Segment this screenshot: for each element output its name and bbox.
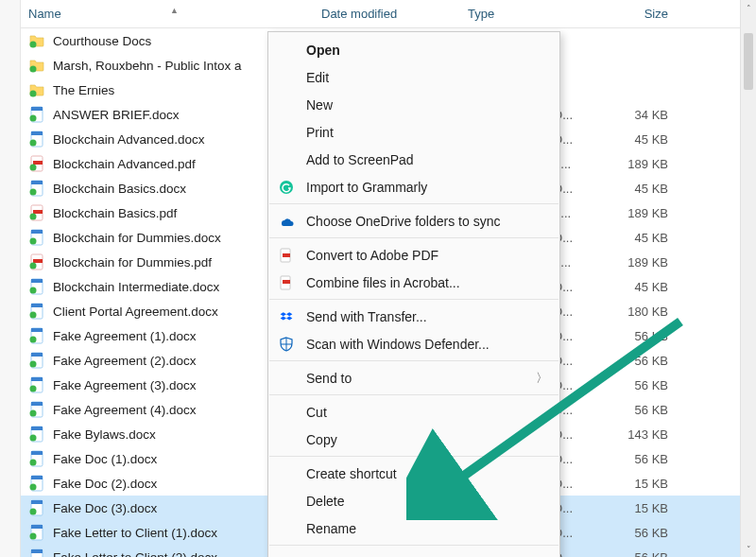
menu-separator — [269, 545, 558, 546]
word-icon — [28, 303, 45, 320]
word-icon — [28, 401, 45, 418]
word-icon — [28, 352, 45, 369]
word-icon — [28, 524, 45, 541]
svg-point-53 — [30, 509, 37, 515]
svg-point-41 — [30, 410, 37, 417]
menu-edit[interactable]: Edit — [268, 63, 559, 91]
word-icon — [28, 450, 45, 467]
svg-rect-62 — [283, 253, 290, 257]
file-size: 56 KB — [600, 526, 685, 540]
word-icon — [28, 499, 45, 516]
svg-point-38 — [30, 386, 37, 392]
word-icon — [28, 131, 45, 148]
word-icon — [28, 376, 45, 393]
svg-point-2 — [30, 91, 37, 97]
menu-separator — [269, 456, 558, 457]
file-size: 56 KB — [600, 550, 685, 558]
file-size: 56 KB — [600, 403, 685, 417]
column-header-type[interactable]: Type — [468, 7, 600, 21]
file-size: 189 KB — [600, 157, 685, 171]
menu-open[interactable]: Open — [268, 36, 559, 63]
svg-rect-13 — [31, 181, 43, 184]
menu-copy[interactable]: Copy — [268, 426, 559, 453]
file-explorer-window: Name ▲ Date modified Type Size Courthous… — [0, 0, 756, 557]
svg-point-47 — [30, 460, 37, 466]
menu-shortcut-label: Create shortcut — [306, 466, 397, 481]
column-header-date[interactable]: Date modified — [321, 7, 468, 21]
menu-edit-label: Edit — [306, 70, 329, 85]
menu-delete-label: Delete — [306, 494, 344, 509]
file-size: 56 KB — [600, 378, 685, 392]
svg-rect-40 — [31, 402, 43, 406]
menu-grammarly[interactable]: Import to Grammarly — [268, 173, 559, 200]
menu-onedrive[interactable]: Choose OneDrive folders to sync — [268, 207, 559, 235]
menu-adobe[interactable]: Convert to Adobe PDF — [268, 241, 559, 269]
menu-separator — [269, 237, 558, 238]
menu-cut-label: Cut — [306, 405, 327, 420]
svg-rect-25 — [31, 279, 43, 283]
menu-sendto[interactable]: Send to 〉 — [268, 364, 559, 392]
column-header-size[interactable]: Size — [600, 7, 685, 21]
svg-rect-46 — [31, 451, 43, 455]
svg-rect-58 — [31, 549, 43, 553]
grammarly-icon — [278, 179, 295, 196]
menu-copy-label: Copy — [306, 432, 337, 447]
menu-screenpad[interactable]: Add to ScreenPad — [268, 146, 559, 173]
file-size: 180 KB — [600, 305, 685, 319]
svg-point-11 — [30, 165, 37, 171]
menu-properties[interactable]: Properties — [268, 548, 559, 557]
svg-point-20 — [30, 238, 37, 245]
onedrive-icon — [278, 213, 295, 230]
file-size: 45 KB — [600, 231, 685, 245]
menu-new[interactable]: New — [268, 91, 559, 118]
pdf-icon — [278, 247, 295, 264]
file-size: 45 KB — [600, 182, 685, 196]
svg-rect-4 — [31, 107, 43, 111]
svg-rect-37 — [31, 377, 43, 381]
scroll-down-arrow-icon[interactable]: ˅ — [741, 541, 756, 557]
svg-rect-55 — [31, 525, 43, 529]
menu-acrobat[interactable]: Combine files in Acrobat... — [268, 269, 559, 296]
svg-point-26 — [30, 287, 37, 294]
menu-onedrive-label: Choose OneDrive folders to sync — [306, 214, 500, 229]
menu-shortcut[interactable]: Create shortcut — [268, 460, 559, 487]
svg-point-5 — [30, 115, 37, 122]
column-header-name[interactable]: Name ▲ — [28, 7, 321, 21]
vertical-scrollbar[interactable]: ˄ ˅ — [740, 0, 756, 557]
dropbox-icon — [278, 308, 295, 325]
svg-point-35 — [30, 361, 37, 368]
svg-rect-31 — [31, 328, 43, 332]
word-icon — [28, 229, 45, 246]
menu-transfer[interactable]: Send with Transfer... — [268, 303, 559, 330]
scroll-up-arrow-icon[interactable]: ˄ — [741, 0, 756, 16]
column-headers[interactable]: Name ▲ Date modified Type Size — [21, 0, 756, 28]
svg-point-8 — [30, 140, 37, 147]
menu-delete[interactable]: Delete — [268, 487, 559, 514]
menu-cut[interactable]: Cut — [268, 398, 559, 426]
pdf-icon — [28, 204, 45, 221]
scrollbar-thumb[interactable] — [744, 33, 753, 90]
menu-print[interactable]: Print — [268, 118, 559, 146]
svg-rect-49 — [31, 476, 43, 479]
svg-point-0 — [30, 42, 37, 48]
svg-point-14 — [30, 189, 37, 196]
file-size: 56 KB — [600, 452, 685, 466]
left-gutter — [0, 0, 21, 557]
file-size: 34 KB — [600, 108, 685, 122]
file-size: 45 KB — [600, 132, 685, 147]
svg-rect-43 — [31, 426, 43, 430]
menu-grammarly-label: Import to Grammarly — [306, 180, 427, 195]
defender-shield-icon — [278, 336, 295, 353]
svg-rect-7 — [31, 131, 43, 135]
menu-acrobat-label: Combine files in Acrobat... — [306, 275, 460, 290]
menu-defender[interactable]: Scan with Windows Defender... — [268, 330, 559, 357]
word-icon — [28, 475, 45, 492]
menu-rename[interactable]: Rename — [268, 514, 559, 542]
word-icon — [28, 548, 45, 557]
word-icon — [28, 106, 45, 123]
column-header-name-label: Name — [28, 7, 61, 21]
word-icon — [28, 278, 45, 295]
menu-sendto-label: Send to — [306, 371, 352, 386]
svg-rect-52 — [31, 500, 43, 504]
svg-rect-22 — [33, 259, 43, 263]
